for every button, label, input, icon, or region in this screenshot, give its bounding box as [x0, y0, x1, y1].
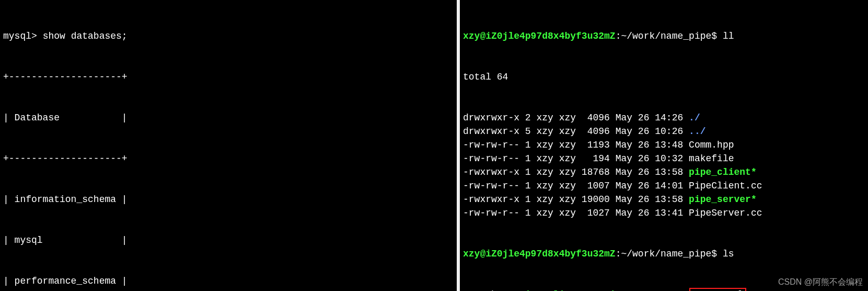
- ll-suffix: *: [751, 194, 757, 205]
- ll-filename: ./: [689, 113, 700, 123]
- ll-suffix: *: [751, 167, 757, 177]
- table-border: +--------------------+: [3, 152, 454, 165]
- highlighted-file-test1sql: test1.sql: [689, 288, 746, 291]
- mysql-prompt: mysql>: [3, 31, 43, 41]
- table-row: | information_schema |: [3, 193, 454, 206]
- cmd-show-databases: show databases;: [43, 31, 128, 41]
- right-terminal[interactable]: xzy@iZ0jle4p97d8x4byf3u32mZ:~/work/name_…: [460, 0, 868, 291]
- ll-row: -rw-rw-r-- 1 xzy xzy 1193 May 26 13:48 C…: [463, 138, 865, 152]
- ll-filename: PipeClient.cc: [689, 181, 762, 191]
- table-row: | mysql |: [3, 233, 454, 247]
- ll-row: -rw-rw-r-- 1 xzy xzy 1027 May 26 13:41 P…: [463, 206, 865, 220]
- shell-user-host: xzy@iZ0jle4p97d8x4byf3u32mZ: [463, 31, 616, 41]
- ll-perm: -rw-rw-r-- 1 xzy xzy 1193 May 26 13:48: [463, 140, 689, 150]
- ll-filename: PipeServer.cc: [689, 208, 762, 218]
- cmd-ls: ls: [723, 249, 734, 259]
- ll-row: -rw-rw-r-- 1 xzy xzy 1007 May 26 14:01 P…: [463, 179, 865, 193]
- ll-row: drwxrwxr-x 2 xzy xzy 4096 May 26 14:26 .…: [463, 111, 865, 125]
- ll-perm: drwxrwxr-x 5 xzy xzy 4096 May 26 10:26: [463, 126, 689, 137]
- ll-perm: -rwxrwxr-x 1 xzy xzy 19000 May 26 13:58: [463, 194, 689, 205]
- table-row: | performance_schema |: [3, 274, 454, 288]
- ll-row: -rw-rw-r-- 1 xzy xzy 194 May 26 10:32 ma…: [463, 152, 865, 165]
- ll-perm: -rw-rw-r-- 1 xzy xzy 1007 May 26 14:01: [463, 181, 689, 191]
- ll-filename: pipe_client: [689, 167, 751, 177]
- left-terminal[interactable]: mysql> show databases; +----------------…: [0, 0, 460, 291]
- ll-row: drwxrwxr-x 5 xzy xzy 4096 May 26 10:26 .…: [463, 125, 865, 138]
- ll-filename: pipe_server: [689, 194, 751, 205]
- ll-perm: -rwxrwxr-x 1 xzy xzy 18768 May 26 13:58: [463, 167, 689, 177]
- cmd-ll: ll: [723, 31, 734, 41]
- shell-path: :~/work/name_pipe$: [616, 31, 723, 41]
- table-border: +--------------------+: [3, 70, 454, 84]
- shell-user-host: xzy@iZ0jle4p97d8x4byf3u32mZ: [463, 249, 616, 259]
- shell-path: :~/work/name_pipe$: [616, 249, 723, 259]
- ll-total: total 64: [463, 70, 865, 84]
- ll-row: -rwxrwxr-x 1 xzy xzy 18768 May 26 13:58 …: [463, 165, 865, 179]
- ll-filename: makefile: [689, 153, 734, 164]
- ll-row: -rwxrwxr-x 1 xzy xzy 19000 May 26 13:58 …: [463, 193, 865, 206]
- ll-filename: ../: [689, 126, 705, 137]
- ll-perm: -rw-rw-r-- 1 xzy xzy 194 May 26 10:32: [463, 153, 689, 164]
- watermark-text: CSDN @阿熊不会编程: [778, 275, 863, 289]
- ll-perm: drwxrwxr-x 2 xzy xzy 4096 May 26 14:26: [463, 113, 689, 123]
- table-header: | Database |: [3, 111, 454, 125]
- ll-filename: Comm.hpp: [689, 140, 734, 150]
- ll-perm: -rw-rw-r-- 1 xzy xzy 1027 May 26 13:41: [463, 208, 689, 218]
